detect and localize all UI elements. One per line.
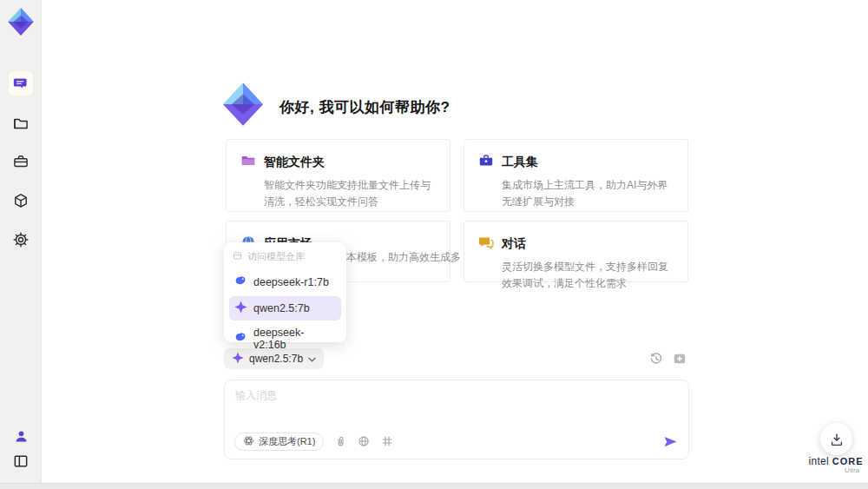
page-title: 你好, 我可以如何帮助你?: [279, 97, 450, 117]
card-desc: 集成市场上主流工具，助力AI与外界无缝扩展与对接: [502, 177, 674, 209]
atom-icon: [243, 435, 254, 448]
sidebar-item-toolbox[interactable]: [9, 149, 33, 174]
deepseek-icon: [234, 331, 247, 347]
card-desc: 智能文件夹功能支持批量文件上传与清洗，轻松实现文件问答: [264, 177, 436, 209]
user-icon[interactable]: [9, 424, 33, 448]
bottom-strip: [0, 483, 868, 489]
chat-actions: [649, 352, 687, 369]
sidebar-item-chat[interactable]: [9, 71, 33, 96]
panel-toggle-icon[interactable]: [9, 449, 33, 473]
deep-think-toggle[interactable]: 深度思考(R1): [234, 433, 324, 451]
model-option-label: qwen2.5:7b: [253, 302, 310, 314]
download-button[interactable]: [820, 423, 852, 455]
intel-core-badge: intel CORE Ultra: [806, 455, 866, 474]
model-option-qwen[interactable]: qwen2.5:7b: [229, 296, 341, 320]
history-icon[interactable]: [649, 352, 663, 369]
globe-icon[interactable]: [358, 435, 370, 447]
model-option-deepseek-r1[interactable]: deepseek-r1:7b: [229, 270, 341, 294]
card-smart-folder[interactable]: 智能文件夹 智能文件夹功能支持批量文件上传与清洗，轻松实现文件问答: [226, 139, 450, 212]
sidebar-item-settings[interactable]: [9, 228, 33, 252]
dropdown-header-label: 访问模型仓库: [247, 250, 305, 263]
core-logo-text: CORE: [832, 456, 864, 466]
model-dropdown: 访问模型仓库 deepseek-r1:7b qwen2.5:7b: [224, 242, 346, 342]
repository-icon: [233, 251, 242, 262]
grid-icon[interactable]: [381, 435, 393, 447]
model-option-deepseek-v2[interactable]: deepseek-v2:16b: [229, 322, 341, 355]
new-chat-icon[interactable]: [673, 352, 687, 369]
chat-gold-icon: [478, 235, 494, 254]
intel-logo-text: intel: [809, 455, 830, 467]
model-option-label: deepseek-r1:7b: [253, 276, 329, 288]
toolbox-icon: [478, 153, 494, 172]
card-desc-fragment: 本模板，助力高效生成多: [346, 250, 461, 265]
card-dialogue[interactable]: 对话 灵活切换多模型文件，支持多样回复效果调试，满足个性化需求: [464, 221, 688, 282]
folder-purple-icon: [240, 153, 256, 172]
attachment-icon[interactable]: [335, 436, 346, 447]
message-composer: 深度思考(R1): [224, 380, 689, 459]
card-title: 对话: [502, 236, 526, 252]
message-input[interactable]: [235, 388, 669, 423]
sidebar: [0, 0, 42, 483]
send-button[interactable]: [663, 435, 678, 448]
app-logo: [6, 6, 36, 37]
card-toolset[interactable]: 工具集 集成市场上主流工具，助力AI与外界无缝扩展与对接: [464, 139, 688, 212]
greeting-logo: [219, 80, 267, 129]
model-option-label: deepseek-v2:16b: [253, 327, 336, 351]
deep-think-label: 深度思考(R1): [259, 435, 315, 448]
composer-toolbar: 深度思考(R1): [234, 432, 678, 451]
sidebar-item-apps[interactable]: [9, 188, 33, 213]
qwen-icon: [234, 301, 247, 316]
card-desc: 灵活切换多模型文件，支持多样回复效果调试，满足个性化需求: [502, 259, 674, 291]
card-title: 智能文件夹: [264, 155, 325, 170]
card-title: 工具集: [502, 155, 538, 170]
ultra-logo-text: Ultra: [806, 466, 866, 474]
dropdown-header[interactable]: 访问模型仓库: [229, 248, 341, 268]
app-window: 你好, 我可以如何帮助你? 智能文件夹 智能文件夹功能支持批量文件上传与清洗，轻…: [0, 0, 868, 489]
deepseek-icon: [234, 274, 247, 290]
sidebar-item-folders[interactable]: [9, 111, 33, 135]
